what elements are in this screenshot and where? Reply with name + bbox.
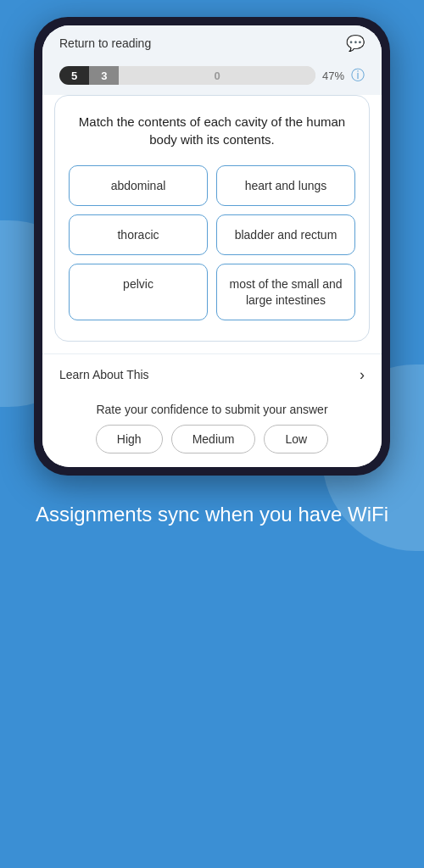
question-text: Match the contents of each cavity of the… (69, 113, 355, 148)
progress-bar: 5 3 0 (59, 66, 315, 85)
info-icon[interactable]: ⓘ (351, 67, 365, 85)
match-row: thoracic bladder and rectum (69, 214, 355, 255)
match-cell-right-2[interactable]: most of the small and large intestines (216, 264, 355, 320)
remaining-count: 0 (119, 66, 315, 85)
progress-percent: 47% (322, 70, 344, 82)
incorrect-count: 3 (89, 66, 119, 85)
match-grid: abdominal heart and lungs thoracic bladd… (69, 165, 355, 320)
correct-count: 5 (59, 66, 89, 85)
match-cell-left-2[interactable]: pelvic (69, 264, 208, 320)
match-cell-left-1[interactable]: thoracic (69, 214, 208, 255)
low-confidence-button[interactable]: Low (264, 425, 328, 453)
question-card: Match the contents of each cavity of the… (54, 95, 370, 342)
high-confidence-button[interactable]: High (96, 425, 163, 453)
phone-screen: Return to reading 💬 5 3 0 47% ⓘ Match th… (42, 25, 382, 467)
phone-shell: Return to reading 💬 5 3 0 47% ⓘ Match th… (34, 17, 390, 476)
match-row: pelvic most of the small and large intes… (69, 264, 355, 320)
confidence-buttons: High Medium Low (56, 425, 368, 453)
learn-about-row[interactable]: Learn About This › (42, 353, 382, 396)
status-bar: Return to reading 💬 (42, 25, 382, 59)
match-cell-left-0[interactable]: abdominal (69, 165, 208, 206)
confidence-area: Rate your confidence to submit your answ… (42, 396, 382, 467)
learn-about-label: Learn About This (59, 368, 149, 381)
match-row: abdominal heart and lungs (69, 165, 355, 206)
bottom-tagline: Assignments sync when you have WiFi (2, 501, 422, 527)
match-cell-right-0[interactable]: heart and lungs (216, 165, 355, 206)
return-to-reading-button[interactable]: Return to reading (59, 36, 151, 50)
chevron-right-icon: › (360, 366, 365, 384)
match-cell-right-1[interactable]: bladder and rectum (216, 214, 355, 255)
medium-confidence-button[interactable]: Medium (171, 425, 256, 453)
confidence-label: Rate your confidence to submit your answ… (56, 403, 368, 416)
chat-icon[interactable]: 💬 (346, 34, 365, 53)
progress-area: 5 3 0 47% ⓘ (42, 59, 382, 95)
